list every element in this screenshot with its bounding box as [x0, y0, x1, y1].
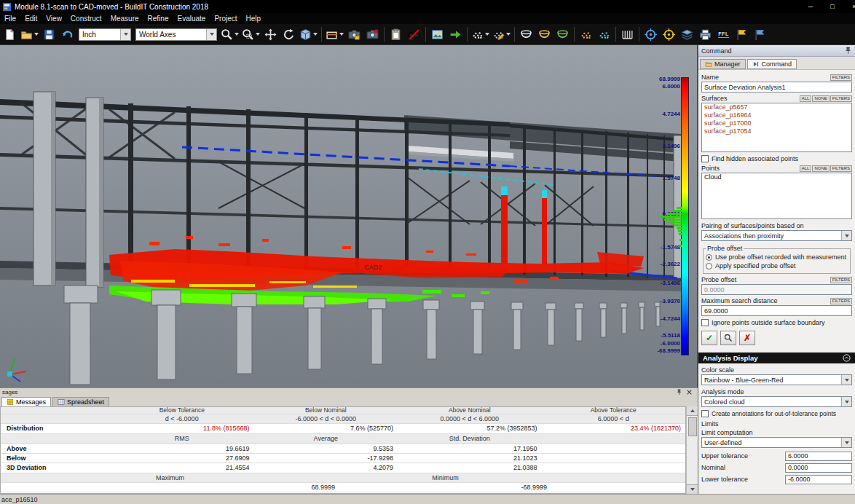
- probe-specified-radio-row[interactable]: Apply specified probe offset: [706, 261, 848, 270]
- probe-recorded-radio[interactable]: [706, 254, 712, 261]
- save-document-button[interactable]: [40, 25, 58, 43]
- scroll-down-button[interactable]: [687, 484, 698, 494]
- ignore-outside-checkbox-row[interactable]: Ignore points outside surface boundary: [701, 319, 852, 326]
- maximize-button[interactable]: □: [821, 0, 843, 13]
- scrollbar-thumb[interactable]: [688, 417, 697, 436]
- find-hidden-checkbox[interactable]: [701, 155, 709, 162]
- surfaces-all-button[interactable]: ALL: [800, 95, 812, 102]
- limit-computation-caret-box[interactable]: [841, 438, 851, 447]
- ignore-outside-checkbox[interactable]: [701, 319, 709, 326]
- analysis-mode-caret-box[interactable]: [841, 397, 851, 406]
- color-scale-caret-box[interactable]: [841, 375, 851, 385]
- preview-button[interactable]: [720, 331, 736, 345]
- menu-measure[interactable]: Measure: [106, 13, 143, 24]
- dropdown-caret-icon[interactable]: [485, 33, 489, 36]
- pin-icon[interactable]: [676, 389, 682, 395]
- menu-construct[interactable]: Construct: [66, 13, 106, 24]
- analysis-display-header[interactable]: Analysis Display: [698, 353, 855, 363]
- points-all-button[interactable]: ALL: [800, 165, 812, 172]
- scroll-up-button[interactable]: [687, 406, 698, 416]
- upper-tolerance-input[interactable]: 6.0000: [785, 452, 852, 461]
- print-report-button[interactable]: [696, 25, 714, 43]
- lower-tolerance-input[interactable]: -6.0000: [785, 475, 852, 484]
- close-icon[interactable]: [686, 389, 693, 395]
- viewport-3d[interactable]: CAD2 68.9999 6.0000 4.7244 3.1496 1.5748…: [0, 45, 698, 387]
- probe-specified-radio[interactable]: [706, 263, 712, 269]
- list-item[interactable]: surface_p17054: [702, 127, 851, 135]
- dropdown-caret-icon[interactable]: [313, 33, 318, 36]
- dropdown-caret-icon[interactable]: [339, 33, 344, 36]
- find-hidden-checkbox-row[interactable]: Find hidden associated points: [701, 155, 852, 162]
- units-caret-box[interactable]: [120, 29, 130, 40]
- list-item[interactable]: Cloud: [702, 173, 851, 181]
- surfaces-filters-button[interactable]: FILTERS: [830, 95, 852, 102]
- surfaces-none-button[interactable]: NONE: [812, 95, 829, 102]
- points-filters-button[interactable]: FILTERS: [830, 165, 852, 172]
- annotations-checkbox[interactable]: [701, 410, 709, 417]
- ffl-levels-button[interactable]: FFL: [714, 25, 733, 43]
- surfaces-listbox[interactable]: surface_p5657 surface_p16964 surface_p17…: [701, 103, 852, 152]
- clipping-box-button[interactable]: [324, 25, 345, 43]
- pan-button[interactable]: [261, 25, 280, 43]
- axes-caret-box[interactable]: [206, 29, 216, 40]
- max-search-filters-button[interactable]: FILTERS: [830, 298, 852, 304]
- probe-offset-filters-button[interactable]: FILTERS: [830, 277, 852, 283]
- tab-manager[interactable]: Manager: [700, 59, 746, 69]
- color-scale-select[interactable]: Rainbow - Blue-Green-Red: [701, 374, 852, 385]
- menu-evaluate[interactable]: Evaluate: [173, 13, 210, 24]
- minimize-button[interactable]: ─: [800, 0, 821, 13]
- dropdown-caret-icon[interactable]: [235, 33, 239, 36]
- cloud-edit-button[interactable]: [491, 25, 512, 43]
- tab-command[interactable]: Command: [747, 59, 797, 69]
- settings-flag-button[interactable]: [733, 25, 751, 43]
- menu-project[interactable]: Project: [210, 13, 241, 24]
- dropdown-caret-icon[interactable]: [34, 33, 39, 36]
- dropdown-caret-icon[interactable]: [256, 33, 260, 36]
- snapshot-button[interactable]: [428, 25, 446, 43]
- probe-offset-input[interactable]: 0.0000: [701, 284, 852, 295]
- pairing-select[interactable]: Associations then proximity: [701, 230, 852, 241]
- zoom-window-button[interactable]: [219, 25, 240, 43]
- rotate-view-button[interactable]: [280, 25, 298, 43]
- surface-compare-button[interactable]: [553, 25, 572, 43]
- camera-record-button[interactable]: [363, 25, 382, 43]
- tab-messages[interactable]: Messages: [1, 397, 51, 406]
- apply-button[interactable]: ✓: [701, 331, 717, 345]
- collapse-chevron-icon[interactable]: [843, 354, 851, 362]
- menu-file[interactable]: File: [0, 13, 20, 24]
- name-filters-button[interactable]: FILTERS: [830, 74, 852, 81]
- new-document-button[interactable]: [1, 25, 19, 43]
- surface-fit-button[interactable]: [517, 25, 535, 43]
- tab-spreadsheet[interactable]: Spreadsheet: [52, 397, 109, 406]
- list-item[interactable]: surface_p16964: [702, 111, 851, 119]
- dropdown-caret-icon[interactable]: [506, 33, 511, 36]
- pin-icon[interactable]: [844, 47, 852, 55]
- open-document-button[interactable]: [19, 25, 40, 43]
- zoom-select-button[interactable]: [240, 25, 261, 43]
- cloud-register-button[interactable]: [577, 25, 595, 43]
- camera-lock-button[interactable]: [345, 25, 363, 43]
- axes-select[interactable]: World Axes: [135, 28, 217, 41]
- layers-view-button[interactable]: [678, 25, 696, 43]
- menu-help[interactable]: Help: [242, 13, 266, 24]
- view-cube-button[interactable]: [298, 25, 319, 43]
- paste-special-button[interactable]: [387, 25, 405, 43]
- menu-view[interactable]: View: [42, 13, 66, 24]
- undo-button[interactable]: [58, 25, 76, 43]
- units-select[interactable]: Inch: [79, 28, 131, 41]
- analysis-name-input[interactable]: Surface Deviation Analysis1: [701, 82, 852, 92]
- limit-computation-select[interactable]: User-defined: [701, 437, 852, 448]
- hide-points-button[interactable]: [405, 25, 423, 43]
- cancel-button[interactable]: ✗: [739, 331, 755, 345]
- export-image-button[interactable]: [446, 25, 465, 43]
- list-item[interactable]: surface_p17000: [702, 119, 851, 127]
- surface-extract-button[interactable]: [535, 25, 553, 43]
- menu-refine[interactable]: Refine: [143, 13, 173, 24]
- messages-panel-caption[interactable]: sages: [0, 388, 698, 396]
- cloud-align-button[interactable]: [595, 25, 613, 43]
- analysis-mode-select[interactable]: Colored cloud: [701, 396, 852, 407]
- target-yellow-button[interactable]: [660, 25, 678, 43]
- table-scrollbar[interactable]: [686, 406, 698, 494]
- points-none-button[interactable]: NONE: [812, 165, 829, 172]
- deviation-comb-button[interactable]: [618, 25, 637, 43]
